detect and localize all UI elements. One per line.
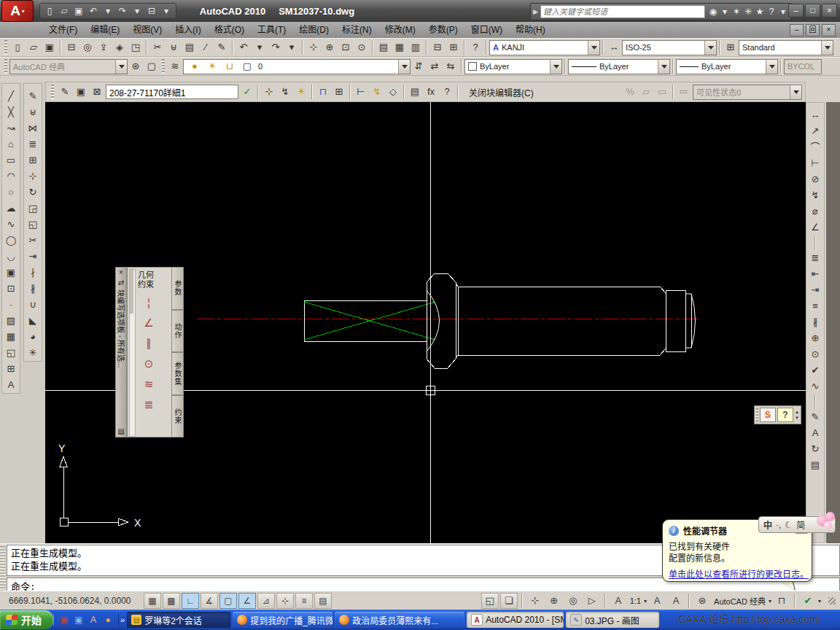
dim-constraint-icon[interactable]: ⊢ [353,84,369,100]
snap-icon[interactable]: ▦ [144,593,161,609]
layer-on-icon[interactable]: ● [187,58,203,74]
osnap-icon[interactable]: ▢ [219,593,237,609]
resize-grip[interactable] [828,597,836,604]
properties-icon[interactable]: ▤ [376,39,392,55]
palette-properties-icon[interactable]: ▤ [117,427,124,437]
display-frame-icon[interactable]: ▢ [144,58,160,74]
dim-style-icon[interactable]: ▤ [807,457,823,473]
command-window-grip[interactable] [0,546,6,591]
dyn-icon[interactable]: ⊹ [276,593,294,609]
nose-cap[interactable] [685,294,696,348]
autocad-2010-icon[interactable]: A [88,614,99,626]
dim-arc-length-icon[interactable]: ⌒ [807,139,823,155]
close-button[interactable]: × [822,4,837,18]
help-balloon-button[interactable]: ? [777,408,793,422]
favorites-icon[interactable]: ★ [754,5,766,18]
menuitem-0[interactable]: 文件(F) [42,22,84,38]
text-style-dropdown[interactable]: AKANJI [489,40,600,55]
table-style-dropdown[interactable]: Standard [739,40,833,55]
markup-icon[interactable]: ◳ [128,39,144,55]
annotation-scale-value[interactable]: 1:1 [629,596,642,605]
block-name-field[interactable] [106,85,238,99]
s-plugin-button[interactable]: S [760,408,776,422]
polar-icon[interactable]: ∡ [201,593,218,609]
taskbar-task-paint[interactable]: ✎ 03.JPG - 画图 [566,612,659,628]
arc-icon[interactable]: ◠ [3,168,19,184]
hatch-icon[interactable]: ▨ [3,313,19,329]
cylinder-body[interactable] [458,287,666,355]
taskbar-task-weibo[interactable]: 提到我的广播_腾讯微... [233,612,332,628]
otrack-icon[interactable]: ∠ [238,593,256,609]
save-block-icon[interactable]: ▣ [73,84,89,100]
workspace-dropdown[interactable]: AutoCAD 经典 [9,59,128,74]
revcloud-icon[interactable]: ☁ [3,201,19,217]
constraint-tag-icon[interactable]: ◇ [385,84,401,100]
fx-icon[interactable]: fx [423,84,439,100]
constraint-smooth-icon[interactable]: ≋ [136,376,161,393]
tool-palettes-icon[interactable]: ▥ [408,39,424,55]
cut-icon[interactable]: ✂ [149,39,166,55]
layer-sun-icon[interactable]: ☀ [204,58,220,74]
table-style-icon[interactable]: ⊞ [723,39,739,55]
end-section[interactable] [666,290,685,351]
grip-section[interactable] [304,300,427,341]
menuitem-9[interactable]: 参数(P) [422,22,464,38]
layer-isolate-icon[interactable]: ⇄ [427,58,443,74]
scale-icon[interactable]: ◲ [25,201,41,217]
extend-icon[interactable]: ⇥ [25,249,41,265]
visibility-states-icon[interactable]: ≔ [676,84,692,100]
dim-update-icon[interactable]: ↻ [807,441,823,457]
redo-more-icon[interactable]: ▾ [284,39,300,55]
designcenter-icon[interactable]: ▦ [392,39,408,55]
dim-diameter-icon[interactable]: ⌀ [807,203,823,219]
save-block-as-icon[interactable]: ⊠ [89,84,105,100]
annotation-scale-icon[interactable]: A [610,593,627,609]
polygon-icon[interactable]: ⌂ [3,136,19,152]
copy-clip-icon[interactable]: ⊎ [166,39,182,55]
ime-language-icon[interactable]: 中 [763,518,772,531]
annotation-scale-caret[interactable]: ▾ [644,598,647,604]
coordinate-readout[interactable]: 6669.1041, -5106.0624, 0.0000 [0,596,144,606]
workspace-switcher[interactable]: AutoCAD 经典 [712,595,767,607]
show-motion-icon[interactable]: ▷ [583,593,601,609]
3d-dwf-icon[interactable]: ◈ [112,39,128,55]
open-icon[interactable]: ▱ [26,39,42,55]
construction-line-icon[interactable]: ╳ [3,104,19,120]
layer-dropdown[interactable]: ●☀⊔▢0 [183,59,411,74]
offset-icon[interactable]: ≣ [25,136,41,152]
edit-block-icon[interactable]: ✎ [57,84,73,100]
close-block-editor-button[interactable]: 关闭块编辑器(C) [462,86,541,98]
layer-properties-icon[interactable]: ≋ [167,58,183,74]
spline-icon[interactable]: ∿ [3,217,19,233]
firefox-icon[interactable]: ● [102,614,114,626]
taskbar-task-qq[interactable]: ▤ 罗琳等2个会话 [127,612,230,628]
menuitem-6[interactable]: 绘图(D) [292,22,335,38]
rectangle-icon[interactable]: ▭ [3,152,19,168]
collar-section[interactable] [427,273,456,368]
plot-style-dropdown[interactable]: BYCOL [784,59,822,74]
dome-arc[interactable] [427,290,440,351]
qsave-icon[interactable]: ▣ [42,39,58,55]
rotate-icon[interactable]: ↻ [25,184,41,201]
move-icon[interactable]: ⊹ [25,168,41,184]
start-button[interactable]: 开始 [0,610,53,629]
menuitem-11[interactable]: 帮助(H) [509,22,552,38]
undo-more-icon[interactable]: ▾ [101,4,114,18]
infocenter-expand-icon[interactable]: ▶ [533,8,538,15]
steering-wheel-icon[interactable]: ◎ [564,593,582,609]
workspace-caret[interactable]: ▾ [769,598,771,604]
new-icon[interactable]: ▯ [43,4,56,18]
status-menu-caret[interactable]: ▾ [818,598,821,604]
mdi-restore-button[interactable]: 回 [806,24,820,36]
ellipse-icon[interactable]: ◯ [3,233,19,249]
menuitem-10[interactable]: 窗口(W) [464,22,509,38]
qnew-icon[interactable]: ▯ [9,39,26,55]
block-table-icon[interactable]: ⊞ [331,84,347,100]
constraint-coincident-icon[interactable]: ¦ [136,294,161,311]
pan-icon[interactable]: ⊹ [526,593,544,609]
match-properties-icon[interactable]: ∕ [198,39,214,55]
ptab-2[interactable]: 参数集 [172,352,184,395]
attribute-definition-icon[interactable]: ▤ [407,84,423,100]
attribute-light-icon[interactable]: ☀ [293,84,309,100]
comm-center-icon[interactable]: ✳ [742,5,754,18]
